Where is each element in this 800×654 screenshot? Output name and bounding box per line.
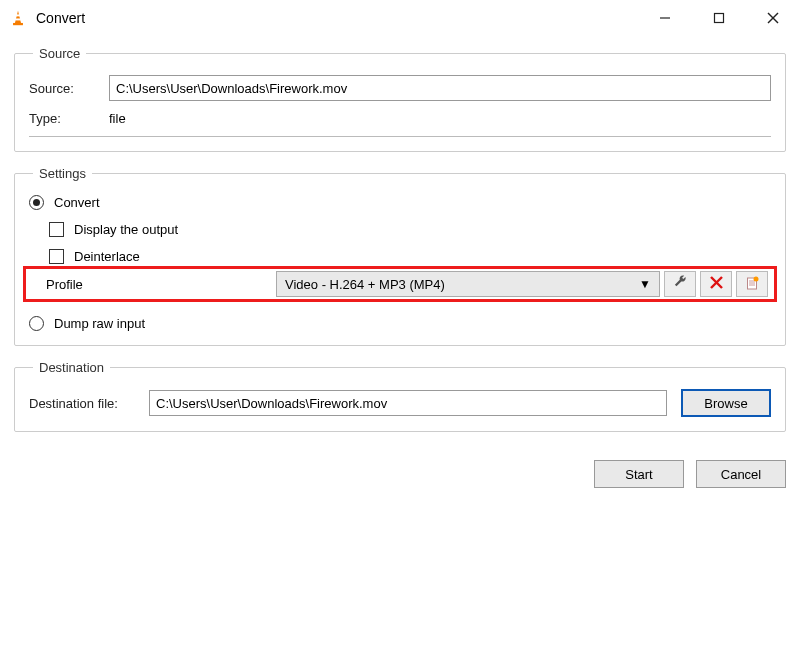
- cancel-button-label: Cancel: [721, 467, 761, 482]
- browse-button-label: Browse: [704, 396, 747, 411]
- dump-raw-radio[interactable]: Dump raw input: [29, 316, 771, 331]
- wrench-icon: [673, 275, 688, 293]
- window-controls: [638, 0, 800, 36]
- source-divider: [29, 136, 771, 137]
- browse-button[interactable]: Browse: [681, 389, 771, 417]
- svg-rect-1: [16, 14, 21, 16]
- radio-checked-icon: [29, 195, 44, 210]
- destination-input[interactable]: [149, 390, 667, 416]
- dialog-content: Source Source: Type: file Settings Conve…: [0, 36, 800, 456]
- destination-group: Destination Destination file: Browse: [14, 360, 786, 432]
- new-profile-button[interactable]: [736, 271, 768, 297]
- edit-profile-button[interactable]: [664, 271, 696, 297]
- profile-label: Profile: [46, 277, 276, 292]
- source-input[interactable]: [109, 75, 771, 101]
- dialog-footer: Start Cancel: [0, 456, 800, 492]
- settings-group: Settings Convert Display the output Dein…: [14, 166, 786, 346]
- convert-radio[interactable]: Convert: [29, 195, 771, 210]
- convert-radio-label: Convert: [54, 195, 100, 210]
- cancel-button[interactable]: Cancel: [696, 460, 786, 488]
- window-title: Convert: [36, 10, 638, 26]
- destination-legend: Destination: [33, 360, 110, 375]
- svg-rect-3: [13, 23, 23, 25]
- start-button-label: Start: [625, 467, 652, 482]
- svg-point-14: [754, 276, 759, 281]
- vlc-cone-icon: [8, 8, 28, 28]
- svg-rect-2: [15, 18, 21, 20]
- titlebar: Convert: [0, 0, 800, 36]
- svg-rect-5: [715, 14, 724, 23]
- deinterlace-checkbox[interactable]: Deinterlace: [49, 249, 771, 264]
- minimize-button[interactable]: [638, 0, 692, 36]
- dump-raw-label: Dump raw input: [54, 316, 145, 331]
- close-button[interactable]: [746, 0, 800, 36]
- new-document-icon: [745, 276, 759, 293]
- checkbox-unchecked-icon: [49, 222, 64, 237]
- source-label: Source:: [29, 81, 109, 96]
- profile-value: Video - H.264 + MP3 (MP4): [285, 277, 445, 292]
- radio-unchecked-icon: [29, 316, 44, 331]
- destination-label: Destination file:: [29, 396, 149, 411]
- display-output-checkbox[interactable]: Display the output: [49, 222, 771, 237]
- source-legend: Source: [33, 46, 86, 61]
- type-label: Type:: [29, 111, 109, 126]
- checkbox-unchecked-icon: [49, 249, 64, 264]
- x-icon: [710, 276, 723, 292]
- display-output-label: Display the output: [74, 222, 178, 237]
- delete-profile-button[interactable]: [700, 271, 732, 297]
- profile-dropdown[interactable]: Video - H.264 + MP3 (MP4) ▼: [276, 271, 660, 297]
- chevron-down-icon: ▼: [639, 277, 651, 291]
- svg-marker-0: [15, 11, 21, 24]
- profile-row-highlight: Profile Video - H.264 + MP3 (MP4) ▼: [23, 266, 777, 302]
- deinterlace-label: Deinterlace: [74, 249, 140, 264]
- type-value: file: [109, 111, 126, 126]
- maximize-button[interactable]: [692, 0, 746, 36]
- start-button[interactable]: Start: [594, 460, 684, 488]
- settings-legend: Settings: [33, 166, 92, 181]
- source-group: Source Source: Type: file: [14, 46, 786, 152]
